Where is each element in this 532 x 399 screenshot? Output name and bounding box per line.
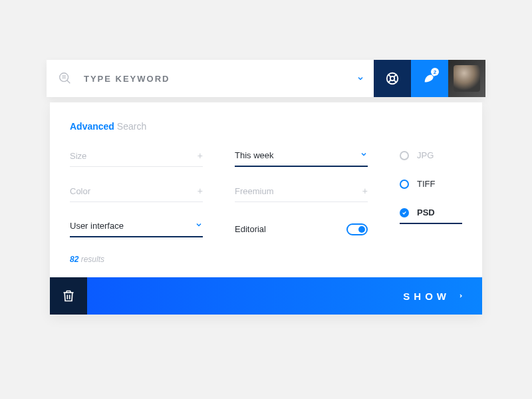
plus-icon: + [198,186,203,196]
format-tiff-label: TIFF [417,179,435,189]
search-bar: 2 [47,60,485,97]
radio-empty-icon [400,151,409,160]
category-label: User interface [70,221,124,231]
format-jpg[interactable]: JPG [400,150,462,160]
search-icon [47,71,84,86]
color-field[interactable]: Color + [70,186,203,202]
plus-icon: + [198,150,203,161]
svg-line-3 [67,80,70,84]
editorial-field: Editorial [235,221,368,237]
chevron-right-icon [458,292,464,300]
radio-outline-icon [400,180,409,189]
show-button[interactable]: SHOW [87,277,482,315]
editorial-label: Editorial [235,224,266,234]
format-psd[interactable]: PSD [400,207,462,224]
avatar[interactable] [448,60,485,97]
results-label: results [81,255,104,264]
help-button[interactable] [374,60,411,97]
svg-line-6 [388,74,391,77]
svg-line-7 [394,74,397,77]
format-psd-label: PSD [417,207,435,217]
results-number: 82 [70,255,78,264]
size-field[interactable]: Size + [70,150,203,167]
format-jpg-label: JPG [417,150,434,160]
timeframe-label: This week [235,150,274,160]
chevron-down-icon [360,150,368,160]
format-tiff[interactable]: TIFF [400,179,462,189]
svg-point-0 [60,73,68,82]
footer: SHOW [50,277,482,315]
size-label: Size [70,151,86,161]
panel-title: Advanced Search [70,121,462,132]
plus-icon: + [362,186,368,196]
svg-point-5 [390,76,394,80]
notifications-button[interactable]: 2 [411,60,448,97]
chevron-down-icon [195,221,203,231]
show-label: SHOW [403,291,450,302]
clear-button[interactable] [50,277,87,315]
category-field[interactable]: User interface [70,221,203,237]
title-advanced: Advanced [70,121,114,132]
advanced-search-panel: Advanced Search Size + This week JPG TIF… [50,102,482,315]
avatar-image [454,65,480,92]
search-dropdown-toggle[interactable] [347,74,374,82]
search-input[interactable] [84,74,347,84]
color-label: Color [70,186,90,196]
pricing-field[interactable]: Freemium + [235,186,368,202]
svg-line-9 [394,80,397,83]
radio-checked-icon [400,208,409,217]
results-count: 82 results [70,255,462,264]
editorial-toggle[interactable] [346,223,368,235]
title-search: Search [117,121,146,132]
pricing-label: Freemium [235,186,274,196]
svg-line-8 [388,80,391,83]
notification-badge: 2 [431,68,439,76]
timeframe-field[interactable]: This week [235,150,368,167]
